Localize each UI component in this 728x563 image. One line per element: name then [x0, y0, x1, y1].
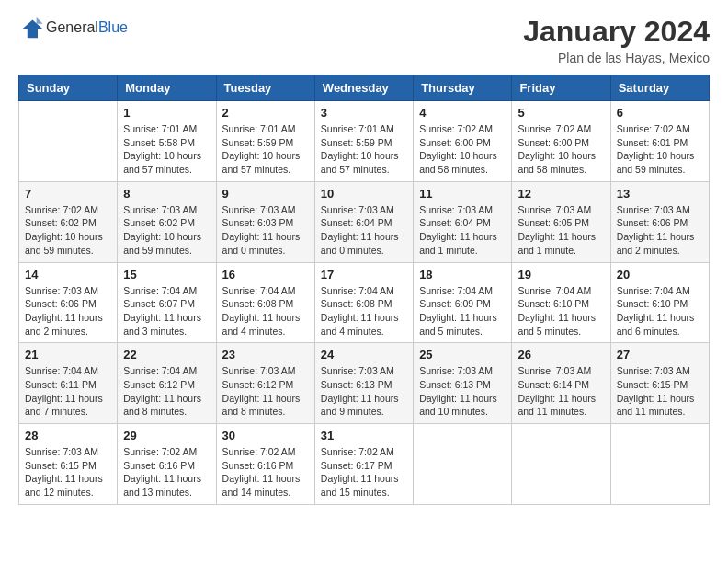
- day-number: 27: [617, 348, 703, 362]
- calendar-cell-w2-d4: 10Sunrise: 7:03 AMSunset: 6:04 PMDayligh…: [314, 181, 413, 262]
- calendar-week-2: 7Sunrise: 7:02 AMSunset: 6:02 PMDaylight…: [19, 181, 710, 262]
- day-info: Sunrise: 7:03 AMSunset: 6:06 PMDaylight:…: [617, 203, 703, 258]
- day-number: 5: [518, 106, 604, 120]
- col-wednesday: Wednesday: [314, 75, 413, 101]
- calendar-cell-w4-d2: 22Sunrise: 7:04 AMSunset: 6:12 PMDayligh…: [118, 343, 216, 424]
- calendar-cell-w3-d3: 16Sunrise: 7:04 AMSunset: 6:08 PMDayligh…: [216, 262, 314, 343]
- day-number: 20: [617, 268, 703, 282]
- day-number: 15: [123, 268, 210, 282]
- calendar-week-4: 21Sunrise: 7:04 AMSunset: 6:11 PMDayligh…: [19, 343, 710, 424]
- day-info: Sunrise: 7:03 AMSunset: 6:13 PMDaylight:…: [419, 364, 506, 419]
- calendar-cell-w5-d3: 30Sunrise: 7:02 AMSunset: 6:16 PMDayligh…: [216, 424, 314, 505]
- calendar-cell-w4-d5: 25Sunrise: 7:03 AMSunset: 6:13 PMDayligh…: [414, 343, 512, 424]
- day-number: 24: [321, 348, 407, 362]
- calendar-week-1: 1Sunrise: 7:01 AMSunset: 5:58 PMDaylight…: [19, 101, 710, 182]
- calendar-cell-w1-d2: 1Sunrise: 7:01 AMSunset: 5:58 PMDaylight…: [118, 101, 216, 182]
- day-number: 25: [419, 348, 506, 362]
- calendar-header-row: Sunday Monday Tuesday Wednesday Thursday…: [19, 75, 710, 101]
- col-thursday: Thursday: [414, 75, 512, 101]
- day-info: Sunrise: 7:03 AMSunset: 6:12 PMDaylight:…: [222, 364, 309, 419]
- day-number: 18: [419, 268, 506, 282]
- day-info: Sunrise: 7:03 AMSunset: 6:05 PMDaylight:…: [518, 203, 604, 258]
- day-number: 13: [617, 187, 703, 201]
- calendar-cell-w3-d6: 19Sunrise: 7:04 AMSunset: 6:10 PMDayligh…: [512, 262, 610, 343]
- day-info: Sunrise: 7:02 AMSunset: 6:16 PMDaylight:…: [222, 445, 309, 500]
- calendar-cell-w2-d7: 13Sunrise: 7:03 AMSunset: 6:06 PMDayligh…: [610, 181, 709, 262]
- day-number: 28: [25, 429, 111, 442]
- calendar-cell-w5-d1: 28Sunrise: 7:03 AMSunset: 6:15 PMDayligh…: [19, 424, 118, 505]
- day-info: Sunrise: 7:03 AMSunset: 6:14 PMDaylight:…: [518, 364, 604, 419]
- day-number: 14: [25, 268, 111, 282]
- calendar-cell-w1-d7: 6Sunrise: 7:02 AMSunset: 6:01 PMDaylight…: [610, 101, 709, 182]
- day-info: Sunrise: 7:02 AMSunset: 6:00 PMDaylight:…: [518, 122, 604, 177]
- calendar-cell-w2-d1: 7Sunrise: 7:02 AMSunset: 6:02 PMDaylight…: [19, 181, 118, 262]
- day-number: 26: [518, 348, 604, 362]
- calendar-cell-w1-d1: [19, 101, 118, 182]
- calendar-cell-w5-d2: 29Sunrise: 7:02 AMSunset: 6:16 PMDayligh…: [118, 424, 216, 505]
- day-number: 4: [419, 106, 506, 120]
- calendar-cell-w3-d2: 15Sunrise: 7:04 AMSunset: 6:07 PMDayligh…: [118, 262, 216, 343]
- col-sunday: Sunday: [19, 75, 118, 101]
- location-text: Plan de las Hayas, Mexico: [523, 51, 710, 65]
- day-info: Sunrise: 7:02 AMSunset: 6:01 PMDaylight:…: [617, 122, 703, 177]
- calendar-cell-w4-d4: 24Sunrise: 7:03 AMSunset: 6:13 PMDayligh…: [314, 343, 413, 424]
- calendar-cell-w3-d5: 18Sunrise: 7:04 AMSunset: 6:09 PMDayligh…: [414, 262, 512, 343]
- calendar-cell-w4-d6: 26Sunrise: 7:03 AMSunset: 6:14 PMDayligh…: [512, 343, 610, 424]
- day-info: Sunrise: 7:04 AMSunset: 6:09 PMDaylight:…: [419, 284, 506, 339]
- calendar-cell-w2-d5: 11Sunrise: 7:03 AMSunset: 6:04 PMDayligh…: [414, 181, 512, 262]
- day-info: Sunrise: 7:01 AMSunset: 5:59 PMDaylight:…: [321, 122, 407, 177]
- day-number: 31: [321, 429, 407, 442]
- calendar-cell-w3-d4: 17Sunrise: 7:04 AMSunset: 6:08 PMDayligh…: [314, 262, 413, 343]
- day-number: 8: [123, 187, 210, 201]
- day-number: 11: [419, 187, 506, 201]
- day-number: 17: [321, 268, 407, 282]
- day-info: Sunrise: 7:02 AMSunset: 6:17 PMDaylight:…: [321, 445, 407, 500]
- day-number: 30: [222, 429, 309, 442]
- day-info: Sunrise: 7:03 AMSunset: 6:04 PMDaylight:…: [419, 203, 506, 258]
- day-number: 22: [123, 348, 210, 362]
- day-info: Sunrise: 7:04 AMSunset: 6:10 PMDaylight:…: [518, 284, 604, 339]
- day-info: Sunrise: 7:04 AMSunset: 6:08 PMDaylight:…: [222, 284, 309, 339]
- month-title: January 2024: [523, 15, 710, 49]
- day-info: Sunrise: 7:04 AMSunset: 6:12 PMDaylight:…: [123, 364, 210, 419]
- calendar-cell-w5-d6: [512, 424, 610, 505]
- day-info: Sunrise: 7:04 AMSunset: 6:10 PMDaylight:…: [617, 284, 703, 339]
- svg-marker-1: [37, 17, 43, 24]
- calendar-cell-w1-d3: 2Sunrise: 7:01 AMSunset: 5:59 PMDaylight…: [216, 101, 314, 182]
- day-number: 19: [518, 268, 604, 282]
- day-info: Sunrise: 7:03 AMSunset: 6:04 PMDaylight:…: [321, 203, 407, 258]
- col-tuesday: Tuesday: [216, 75, 314, 101]
- calendar-cell-w1-d6: 5Sunrise: 7:02 AMSunset: 6:00 PMDaylight…: [512, 101, 610, 182]
- calendar-table: Sunday Monday Tuesday Wednesday Thursday…: [18, 75, 710, 505]
- day-info: Sunrise: 7:03 AMSunset: 6:15 PMDaylight:…: [25, 445, 111, 500]
- day-info: Sunrise: 7:03 AMSunset: 6:06 PMDaylight:…: [25, 284, 111, 339]
- day-number: 21: [25, 348, 111, 362]
- day-number: 7: [25, 187, 111, 201]
- day-info: Sunrise: 7:04 AMSunset: 6:08 PMDaylight:…: [321, 284, 407, 339]
- day-number: 3: [321, 106, 407, 120]
- day-info: Sunrise: 7:02 AMSunset: 6:16 PMDaylight:…: [123, 445, 210, 500]
- calendar-cell-w1-d4: 3Sunrise: 7:01 AMSunset: 5:59 PMDaylight…: [314, 101, 413, 182]
- col-friday: Friday: [512, 75, 610, 101]
- day-info: Sunrise: 7:03 AMSunset: 6:03 PMDaylight:…: [222, 203, 309, 258]
- title-block: January 2024 Plan de las Hayas, Mexico: [523, 15, 710, 65]
- col-monday: Monday: [118, 75, 216, 101]
- page-header: GeneralBlue January 2024 Plan de las Hay…: [18, 15, 710, 65]
- calendar-cell-w5-d4: 31Sunrise: 7:02 AMSunset: 6:17 PMDayligh…: [314, 424, 413, 505]
- day-number: 16: [222, 268, 309, 282]
- day-number: 9: [222, 187, 309, 201]
- day-number: 10: [321, 187, 407, 201]
- calendar-cell-w1-d5: 4Sunrise: 7:02 AMSunset: 6:00 PMDaylight…: [414, 101, 512, 182]
- calendar-cell-w2-d3: 9Sunrise: 7:03 AMSunset: 6:03 PMDaylight…: [216, 181, 314, 262]
- day-info: Sunrise: 7:03 AMSunset: 6:15 PMDaylight:…: [617, 364, 703, 419]
- calendar-cell-w3-d1: 14Sunrise: 7:03 AMSunset: 6:06 PMDayligh…: [19, 262, 118, 343]
- calendar-cell-w4-d3: 23Sunrise: 7:03 AMSunset: 6:12 PMDayligh…: [216, 343, 314, 424]
- day-info: Sunrise: 7:02 AMSunset: 6:02 PMDaylight:…: [25, 203, 111, 258]
- day-info: Sunrise: 7:04 AMSunset: 6:11 PMDaylight:…: [25, 364, 111, 419]
- day-info: Sunrise: 7:04 AMSunset: 6:07 PMDaylight:…: [123, 284, 210, 339]
- logo-icon: [18, 15, 44, 40]
- day-number: 6: [617, 106, 703, 120]
- calendar-cell-w4-d7: 27Sunrise: 7:03 AMSunset: 6:15 PMDayligh…: [610, 343, 709, 424]
- calendar-cell-w3-d7: 20Sunrise: 7:04 AMSunset: 6:10 PMDayligh…: [610, 262, 709, 343]
- day-info: Sunrise: 7:01 AMSunset: 5:58 PMDaylight:…: [123, 122, 210, 177]
